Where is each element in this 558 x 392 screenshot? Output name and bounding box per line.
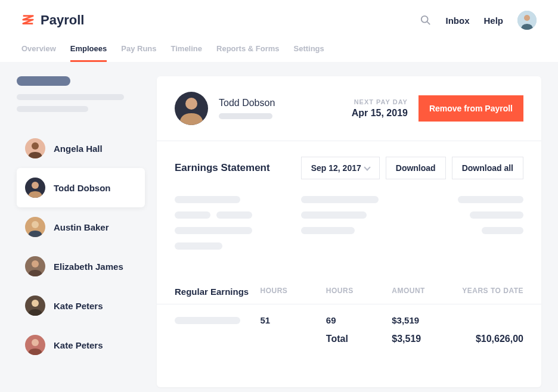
- avatar: [25, 138, 45, 158]
- sidebar: Angela Hall Todd Dobson Austin Baker Eli…: [17, 76, 145, 387]
- earnings-row: 51 69 $3,519: [157, 304, 541, 329]
- cell-amount: $3,519: [392, 315, 457, 325]
- col-amount: AMOUNT: [392, 287, 457, 297]
- download-all-button[interactable]: Download all: [452, 157, 523, 179]
- avatar: [25, 295, 45, 316]
- earnings-table-header: Regular Earnings HOURS HOURS AMOUNT YEAR…: [157, 276, 541, 304]
- statement-placeholder-grid: [175, 196, 523, 258]
- employee-item[interactable]: Elizabeth James: [17, 247, 145, 286]
- svg-line-1: [427, 22, 430, 25]
- brand-icon: [21, 14, 35, 27]
- svg-point-5: [32, 142, 39, 150]
- svg-point-0: [421, 16, 428, 23]
- next-pay-day: NEXT PAY DAY Apr 15, 2019: [352, 98, 408, 119]
- regular-earnings-label: Regular Earnings: [175, 287, 260, 297]
- placeholder: [17, 94, 124, 100]
- statement-date-value: Sep 12, 2017: [311, 163, 361, 173]
- employee-name: Todd Dobson: [54, 183, 111, 193]
- tabs: Overview Emploees Pay Runs Timeline Repo…: [21, 39, 537, 62]
- cell-hours: 51: [260, 315, 326, 325]
- total-label: Total: [326, 334, 392, 344]
- total-ytd: $10,626,00: [458, 334, 523, 344]
- employee-list: Angela Hall Todd Dobson Austin Baker Eli…: [17, 129, 145, 365]
- tab-timeline[interactable]: Timeline: [171, 39, 203, 62]
- employee-name: Elizabeth James: [54, 262, 123, 272]
- placeholder: [17, 106, 88, 112]
- current-user-avatar[interactable]: [517, 11, 537, 30]
- employee-name: Austin Baker: [54, 222, 109, 232]
- brand: Payroll: [21, 13, 84, 28]
- avatar: [25, 335, 45, 355]
- employee-title: Todd Dobson: [219, 98, 352, 108]
- remove-from-payroll-button[interactable]: Remove from Payroll: [418, 95, 523, 122]
- employee-item[interactable]: Kate Peters: [17, 325, 145, 365]
- employee-name: Angela Hall: [54, 144, 103, 154]
- employee-item[interactable]: Angela Hall: [17, 129, 145, 168]
- placeholder: [219, 113, 272, 119]
- avatar: [25, 217, 45, 237]
- download-button[interactable]: Download: [386, 157, 446, 179]
- tab-reports[interactable]: Reports & Forms: [216, 39, 279, 62]
- employee-name: Kate Peters: [54, 340, 103, 350]
- employee-avatar: [175, 92, 208, 125]
- employee-item[interactable]: Austin Baker: [17, 207, 145, 247]
- help-link[interactable]: Help: [483, 15, 503, 26]
- svg-point-15: [32, 339, 39, 346]
- svg-point-9: [32, 221, 39, 228]
- tab-employees[interactable]: Emploees: [70, 39, 107, 62]
- svg-point-11: [32, 260, 39, 267]
- chevron-down-icon: [364, 164, 370, 170]
- inbox-link[interactable]: Inbox: [445, 15, 469, 26]
- col-hours: HOURS: [326, 287, 392, 297]
- earnings-total-row: Total $3,519 $10,626,00: [157, 329, 541, 355]
- avatar: [25, 178, 45, 198]
- avatar: [25, 256, 45, 276]
- col-hours: HOURS: [260, 287, 326, 297]
- cell-hours: 69: [326, 315, 392, 325]
- employee-item[interactable]: Todd Dobson: [17, 168, 145, 207]
- employee-detail-card: Todd Dobson NEXT PAY DAY Apr 15, 2019 Re…: [157, 76, 541, 387]
- search-icon[interactable]: [420, 15, 431, 26]
- svg-point-17: [185, 98, 197, 110]
- svg-point-13: [32, 300, 39, 307]
- next-pay-label: NEXT PAY DAY: [352, 98, 408, 105]
- col-ytd: YEARS TO DATE: [458, 287, 523, 297]
- tab-pay-runs[interactable]: Pay Runs: [121, 39, 156, 62]
- total-amount: $3,519: [392, 334, 457, 344]
- app-title: Payroll: [41, 13, 84, 28]
- svg-point-7: [32, 182, 39, 189]
- tab-settings[interactable]: Settings: [293, 39, 324, 62]
- next-pay-date: Apr 15, 2019: [352, 108, 408, 119]
- tab-overview[interactable]: Overview: [21, 39, 56, 62]
- placeholder: [175, 317, 240, 324]
- employee-item[interactable]: Kate Peters: [17, 286, 145, 325]
- topbar: Payroll Inbox Help Overview Emploees Pay…: [0, 0, 558, 62]
- employee-name: Kate Peters: [54, 301, 103, 311]
- svg-point-3: [524, 15, 530, 21]
- sidebar-filter-pill[interactable]: [17, 76, 70, 86]
- statement-date-select[interactable]: Sep 12, 2017: [301, 157, 380, 179]
- earnings-statement-title: Earnings Statement: [175, 162, 295, 174]
